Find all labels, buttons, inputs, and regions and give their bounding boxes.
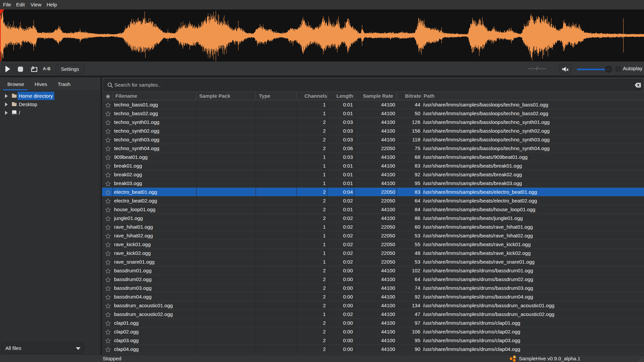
svg-text:x: x: [566, 67, 569, 72]
